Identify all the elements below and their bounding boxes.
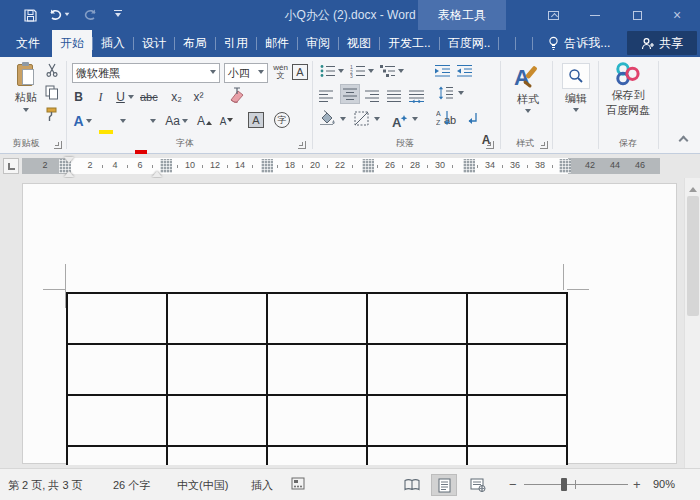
numbering-dropdown-icon[interactable]: [368, 69, 374, 76]
bullets-button[interactable]: [320, 64, 336, 78]
table-cell[interactable]: [68, 447, 168, 465]
character-shading-button[interactable]: A: [248, 112, 264, 128]
table-cell[interactable]: [168, 345, 268, 396]
font-name-dropdown-icon[interactable]: [210, 70, 216, 77]
ribbon-tab[interactable]: 邮件: [257, 30, 297, 57]
redo-icon[interactable]: [80, 5, 100, 25]
change-case-button[interactable]: Aa: [164, 111, 181, 131]
table-cell[interactable]: [168, 447, 268, 465]
editing-button[interactable]: 编辑: [558, 63, 594, 115]
cut-button[interactable]: [45, 63, 60, 77]
styles-dropdown-icon[interactable]: [525, 109, 531, 116]
align-left-button[interactable]: [318, 86, 335, 106]
distribute-button[interactable]: [408, 86, 425, 106]
cell-right-indent-marker[interactable]: [152, 166, 162, 177]
subscript-button[interactable]: x₂: [168, 87, 185, 107]
font-size-combo[interactable]: 小四: [224, 63, 268, 83]
scrollbar-thumb[interactable]: [687, 196, 699, 316]
read-mode-button[interactable]: [399, 474, 425, 496]
table-column-marker[interactable]: [261, 159, 273, 173]
bullets-dropdown-icon[interactable]: [338, 69, 344, 76]
borders-dropdown-icon[interactable]: [374, 117, 380, 124]
table-cell[interactable]: [468, 294, 568, 345]
share-button[interactable]: 共享: [627, 31, 697, 55]
context-tab[interactable]: [516, 30, 532, 57]
paragraph-dialog-launcher[interactable]: [486, 141, 494, 149]
zoom-slider-thumb[interactable]: [561, 478, 567, 491]
tab-file[interactable]: 文件: [4, 30, 52, 57]
shading-button[interactable]: [318, 110, 336, 126]
qat-customize-icon[interactable]: [108, 5, 128, 25]
font-color-dropdown-icon[interactable]: [150, 119, 156, 126]
table-cell[interactable]: [68, 345, 168, 396]
table-cell[interactable]: [268, 345, 368, 396]
enclose-characters-button[interactable]: 字: [274, 112, 290, 128]
increase-indent-button[interactable]: [456, 64, 473, 78]
paste-button[interactable]: 粘贴: [8, 62, 44, 115]
ribbon-tab[interactable]: 插入: [93, 30, 133, 57]
collapse-ribbon-button[interactable]: [680, 137, 690, 143]
close-icon[interactable]: ×: [662, 6, 692, 24]
underline-button[interactable]: U: [112, 87, 129, 107]
clear-formatting-button[interactable]: [228, 87, 246, 103]
table-cell[interactable]: [268, 396, 368, 447]
ribbon-tab[interactable]: 开始: [52, 30, 92, 57]
table-cell[interactable]: [468, 447, 568, 465]
zoom-out-button[interactable]: −: [509, 477, 517, 492]
align-right-button[interactable]: [364, 86, 381, 106]
justify-button[interactable]: [386, 86, 403, 106]
save-to-baidu-button[interactable]: 保存到 百度网盘: [602, 61, 654, 118]
copy-button[interactable]: [45, 85, 59, 100]
line-spacing-dropdown-icon[interactable]: [458, 91, 464, 98]
table-cell[interactable]: [268, 447, 368, 465]
font-name-combo[interactable]: 微软雅黑: [72, 63, 220, 83]
table-cell[interactable]: [368, 294, 468, 345]
ribbon-tab[interactable]: 百度网..: [440, 30, 499, 57]
language-indicator[interactable]: 中文(中国): [177, 478, 228, 493]
tell-me-box[interactable]: 告诉我...: [541, 30, 616, 57]
clipboard-dialog-launcher[interactable]: [54, 141, 62, 149]
ribbon-tab[interactable]: 布局: [175, 30, 215, 57]
decrease-indent-button[interactable]: [434, 64, 451, 78]
ribbon-tab[interactable]: 审阅: [298, 30, 338, 57]
table-cell[interactable]: [368, 447, 468, 465]
text-effects-dropdown-icon[interactable]: [86, 119, 92, 126]
text-effects-button[interactable]: A: [70, 111, 87, 131]
web-layout-button[interactable]: [465, 474, 491, 496]
show-hide-marks-button[interactable]: [464, 111, 479, 125]
save-icon[interactable]: [20, 5, 40, 25]
shrink-font-button[interactable]: A: [218, 111, 235, 131]
strikethrough-button[interactable]: abc: [140, 87, 158, 107]
undo-dropdown-icon[interactable]: [65, 12, 70, 18]
shading-dropdown-icon[interactable]: [340, 117, 346, 124]
table-cell[interactable]: [368, 345, 468, 396]
multilevel-dropdown-icon[interactable]: [398, 69, 404, 76]
ribbon-tab[interactable]: 引用: [216, 30, 256, 57]
underline-dropdown-icon[interactable]: [128, 95, 134, 102]
asian-layout-dropdown-icon[interactable]: [412, 117, 418, 124]
multilevel-list-button[interactable]: [380, 64, 396, 78]
paste-dropdown-icon[interactable]: [23, 108, 29, 115]
page-indicator[interactable]: 第 2 页, 共 3 页: [8, 478, 83, 493]
styles-dialog-launcher[interactable]: [540, 141, 548, 149]
format-painter-button[interactable]: [45, 107, 59, 122]
superscript-button[interactable]: x²: [190, 87, 207, 107]
table-cell[interactable]: [368, 396, 468, 447]
table-cell[interactable]: [168, 294, 268, 345]
minimize-icon[interactable]: [580, 6, 610, 24]
insert-mode-indicator[interactable]: 插入: [251, 478, 273, 493]
editing-dropdown-icon[interactable]: [573, 108, 579, 115]
line-spacing-button[interactable]: [438, 86, 454, 100]
table-cell[interactable]: [468, 345, 568, 396]
table-cell[interactable]: [68, 294, 168, 345]
undo-button[interactable]: [46, 5, 72, 25]
font-dialog-launcher[interactable]: [298, 141, 306, 149]
table-column-marker[interactable]: [463, 159, 475, 173]
maximize-icon[interactable]: [622, 6, 652, 24]
styles-button[interactable]: A 样式: [508, 63, 548, 116]
table-cell[interactable]: [268, 294, 368, 345]
ribbon-tab[interactable]: 视图: [339, 30, 379, 57]
ribbon-tab[interactable]: 开发工..: [380, 30, 439, 57]
context-tab[interactable]: [499, 30, 515, 57]
table-cell[interactable]: [468, 396, 568, 447]
